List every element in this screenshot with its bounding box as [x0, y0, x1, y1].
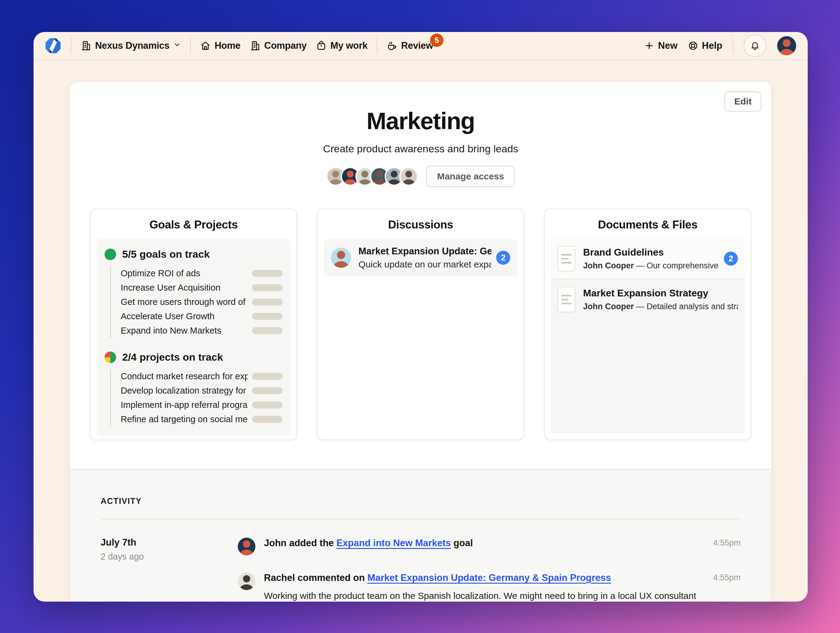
- help-label: Help: [702, 40, 722, 51]
- notifications-button[interactable]: [744, 35, 766, 57]
- nav-item-review[interactable]: Review 5: [387, 40, 433, 51]
- project-row[interactable]: Implement in-app referral program wit...: [121, 398, 283, 412]
- activity-prefix: Rachel commented on: [264, 572, 367, 583]
- project-row[interactable]: Conduct market research for expansi...: [121, 369, 283, 384]
- goal-label: Optimize ROI of ads: [121, 268, 200, 279]
- document-item[interactable]: Brand Guidelines John Cooper — Our compr…: [551, 239, 745, 279]
- coffee-icon: [387, 40, 398, 51]
- review-count-badge: 5: [430, 33, 444, 47]
- projects-list: Conduct market research for expansi... D…: [110, 369, 283, 427]
- goal-row[interactable]: Accelerate User Growth: [121, 309, 283, 323]
- goals-summary-label: 5/5 goals on track: [122, 248, 210, 260]
- discussion-item[interactable]: Market Expansion Update: Germany & ... Q…: [324, 239, 518, 276]
- goal-label: Get more users through word of mouth: [121, 297, 248, 307]
- bag-icon: [316, 40, 327, 51]
- projects-summary-label: 2/4 projects on track: [122, 351, 223, 363]
- app-logo-icon[interactable]: [44, 37, 62, 54]
- activity-header: ACTIVITY: [101, 496, 741, 506]
- nav-label: Home: [215, 40, 240, 51]
- activity-text: Rachel commented on Market Expansion Upd…: [264, 572, 704, 584]
- user-avatar[interactable]: [777, 36, 797, 56]
- project-label: Implement in-app referral program wit...: [121, 400, 248, 410]
- project-label: Refine ad targeting on social media pl..…: [121, 414, 248, 424]
- document-desc: — Detailed analysis and strategy for ent…: [634, 302, 738, 311]
- org-switcher[interactable]: Nexus Dynamics: [81, 40, 181, 51]
- progress-bar: [252, 284, 283, 291]
- goals-panel: 5/5 goals on track Optimize ROI of ads I…: [96, 239, 291, 436]
- goal-label: Increase User Acquisition: [121, 283, 220, 293]
- home-icon: [200, 40, 211, 51]
- progress-bar: [252, 373, 283, 380]
- documents-title: Documents & Files: [545, 209, 751, 231]
- document-title: Market Expansion Strategy: [583, 288, 738, 299]
- bell-icon: [750, 40, 761, 51]
- building-icon: [81, 40, 92, 51]
- nav-divider: [733, 38, 733, 54]
- progress-bar: [252, 313, 283, 320]
- nav-item-my-work[interactable]: My work: [316, 40, 368, 51]
- actor-avatar: [238, 538, 256, 555]
- progress-bar: [252, 270, 283, 277]
- page-subtitle: Create product awareness and bring leads: [70, 143, 771, 155]
- activity-time: 4:55pm: [713, 573, 741, 583]
- org-name: Nexus Dynamics: [95, 40, 169, 51]
- activity-link[interactable]: Expand into New Markets: [336, 538, 451, 548]
- goal-label: Accelerate User Growth: [121, 311, 215, 321]
- activity-time: 4:55pm: [713, 538, 741, 548]
- document-meta: John Cooper — Detailed analysis and stra…: [583, 302, 738, 311]
- document-desc: — Our comprehensive guide to mai...: [634, 261, 719, 270]
- goals-projects-card: Goals & Projects 5/5 goals on track Opti…: [90, 209, 297, 440]
- activity-date-relative: 2 days ago: [101, 552, 238, 562]
- nav-label: Company: [264, 40, 306, 51]
- goal-row[interactable]: Expand into New Markets: [121, 323, 283, 338]
- app-window: Nexus Dynamics Home Company: [33, 32, 808, 602]
- pie-status-icon: [104, 351, 116, 363]
- comment-count-badge: 2: [496, 251, 510, 265]
- progress-bar: [252, 299, 283, 305]
- lifebuoy-icon: [688, 41, 698, 51]
- project-row[interactable]: Develop localization strategy for Span..…: [121, 384, 283, 398]
- manage-access-button[interactable]: Manage access: [426, 166, 515, 187]
- team-page-card: Edit Marketing Create product awareness …: [70, 82, 771, 602]
- discussions-card: Discussions Market Expansion Update: Ger…: [317, 209, 524, 440]
- new-button[interactable]: New: [644, 40, 677, 51]
- actor-avatar: [238, 572, 256, 590]
- goals-summary-row: 5/5 goals on track: [104, 248, 283, 260]
- green-status-dot-icon: [104, 249, 116, 260]
- nav-item-company[interactable]: Company: [249, 40, 306, 51]
- activity-date: July 7th: [101, 537, 238, 548]
- progress-bar: [252, 402, 283, 408]
- projects-summary-row: 2/4 projects on track: [104, 351, 283, 363]
- activity-link[interactable]: Market Expansion Update: Germany & Spain…: [367, 572, 611, 583]
- goals-list: Optimize ROI of ads Increase User Acquis…: [110, 266, 283, 338]
- member-avatar[interactable]: [399, 167, 418, 186]
- activity-comment: Working with the product team on the Spa…: [264, 589, 704, 602]
- nav-label: Review: [401, 40, 433, 51]
- discussions-title: Discussions: [317, 209, 524, 231]
- nav-divider: [377, 38, 377, 54]
- edit-button[interactable]: Edit: [725, 91, 761, 112]
- project-row[interactable]: Refine ad targeting on social media pl..…: [121, 412, 283, 427]
- new-label: New: [658, 40, 677, 51]
- members-row: Manage access: [70, 166, 771, 187]
- chevron-down-icon: [173, 40, 181, 51]
- activity-suffix: goal: [451, 538, 473, 548]
- goals-projects-title: Goals & Projects: [90, 209, 297, 231]
- document-item[interactable]: Market Expansion Strategy John Cooper — …: [551, 279, 745, 320]
- goal-row[interactable]: Increase User Acquisition: [121, 280, 283, 295]
- document-meta: John Cooper — Our comprehensive guide to…: [583, 261, 719, 271]
- help-button[interactable]: Help: [688, 40, 722, 51]
- goal-row[interactable]: Optimize ROI of ads: [121, 266, 283, 280]
- progress-bar: [252, 327, 283, 334]
- discussion-preview: Quick update on our market expansion ...: [358, 259, 491, 269]
- progress-bar: [252, 387, 283, 394]
- document-icon: [557, 287, 575, 312]
- activity-section: ACTIVITY July 7th 2 days ago John added …: [70, 469, 771, 602]
- building-icon: [249, 40, 261, 51]
- project-label: Conduct market research for expansi...: [121, 371, 248, 381]
- activity-item: John added the Expand into New Markets g…: [238, 537, 741, 555]
- goal-row[interactable]: Get more users through word of mouth: [121, 295, 283, 309]
- plus-icon: [644, 41, 654, 51]
- nav-item-home[interactable]: Home: [200, 40, 240, 51]
- progress-bar: [252, 416, 283, 423]
